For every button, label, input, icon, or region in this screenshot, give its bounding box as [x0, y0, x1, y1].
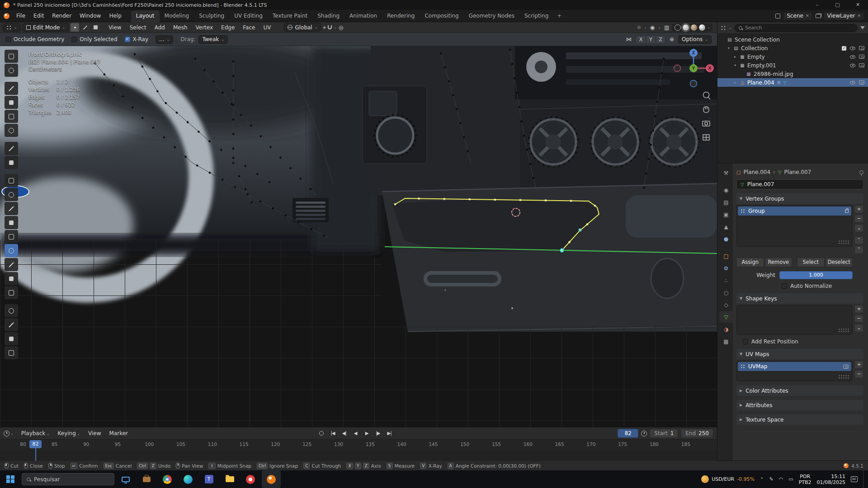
- tool-extrude-region[interactable]: [5, 188, 18, 201]
- viewport-3d[interactable]: Z X Y Front Orthographic (82) Plane.004 …: [0, 46, 717, 427]
- tool-knife[interactable]: [5, 244, 18, 257]
- resize-grip[interactable]: [838, 328, 849, 332]
- eye-icon[interactable]: [850, 81, 855, 84]
- assign-button[interactable]: Assign: [736, 258, 764, 267]
- show-overlays-icon[interactable]: ◉: [650, 24, 655, 31]
- camera-icon[interactable]: [859, 46, 864, 50]
- show-hidden-icons-button[interactable]: ⌃: [760, 477, 764, 482]
- timeline-menu-view[interactable]: View: [84, 429, 105, 438]
- drag-mode-selector[interactable]: Tweak⌄: [198, 35, 228, 44]
- breadcrumb-data[interactable]: Plane.007: [784, 169, 811, 175]
- properties-tab-physics[interactable]: ○: [719, 287, 733, 298]
- face-select-mode-button[interactable]: [91, 23, 100, 32]
- start-button[interactable]: [1, 470, 20, 488]
- vertex-groups-list[interactable]: Group: [736, 205, 853, 247]
- uv-maps-list[interactable]: UVMap: [736, 361, 853, 381]
- viewport-menu-uv[interactable]: UV: [259, 23, 275, 32]
- properties-tab-output[interactable]: ▤: [719, 197, 733, 208]
- shape-keys-panel-header[interactable]: ▼ Shape Keys: [736, 293, 863, 304]
- lock-icon[interactable]: [845, 210, 849, 213]
- tool-move[interactable]: [5, 82, 18, 95]
- show-desktop-button[interactable]: [863, 470, 865, 488]
- frame-ruler[interactable]: 8085909510010511011512012513013514014515…: [0, 439, 717, 450]
- properties-tab-constraints[interactable]: ◇: [719, 299, 733, 310]
- attributes-panel-header[interactable]: ▶ Attributes: [736, 400, 863, 410]
- color-attributes-panel-header[interactable]: ▶ Color Attributes: [736, 385, 863, 396]
- remove-viewlayer-icon[interactable]: ✕: [857, 14, 861, 18]
- display-tray-icon[interactable]: ▭: [788, 476, 793, 482]
- viewport-menu-vertex[interactable]: Vertex: [192, 23, 217, 32]
- properties-tab-tool[interactable]: ⚒: [719, 167, 733, 178]
- shading-wireframe-icon[interactable]: [675, 24, 681, 31]
- occlude-geometry-checkbox[interactable]: Occlude Geometry: [5, 36, 64, 42]
- taskbar-app-blender[interactable]: [262, 470, 281, 488]
- properties-tab-texture[interactable]: ▩: [719, 336, 733, 347]
- tool-annotate[interactable]: [5, 142, 18, 155]
- vertex-group-item[interactable]: Group: [738, 206, 851, 216]
- more-options-dropdown[interactable]: ...⌄: [156, 35, 173, 44]
- remove-shape-key-button[interactable]: −: [854, 314, 863, 323]
- remove-vertex-group-button[interactable]: −: [854, 215, 863, 223]
- uv-map-item[interactable]: UVMap: [738, 362, 851, 371]
- camera-icon[interactable]: [859, 80, 864, 84]
- jump-to-start-button[interactable]: |◀: [328, 429, 338, 438]
- shape-key-specials-button[interactable]: ⌄: [854, 324, 863, 332]
- shading-material-icon[interactable]: [691, 24, 697, 31]
- workspace-tab-animation[interactable]: Animation: [344, 10, 382, 22]
- add-rest-position-checkbox[interactable]: [743, 339, 748, 344]
- outliner-item-empty-001[interactable]: ▾▦Empty.001: [717, 61, 868, 70]
- camera-icon[interactable]: [859, 55, 864, 59]
- tool-edge-slide[interactable]: [5, 304, 18, 317]
- action-center-icon[interactable]: [851, 476, 858, 482]
- market-ticker[interactable]: USD/EUR -0.95%: [701, 475, 755, 483]
- outliner-item-26986-mid-jpg[interactable]: ▦26986-mid.jpg: [717, 70, 868, 78]
- properties-tab-render[interactable]: ◉: [719, 184, 733, 196]
- editor-type-button[interactable]: ⌄: [3, 23, 21, 32]
- viewport-menu-add[interactable]: Add: [151, 23, 169, 32]
- workspace-tab-sculpting[interactable]: Sculpting: [194, 10, 229, 22]
- workspace-tab-shading[interactable]: Shading: [312, 10, 344, 22]
- outliner-search-input[interactable]: Search: [735, 24, 858, 32]
- axis-negative-z-ball[interactable]: [690, 80, 697, 87]
- snap-magnet-icon[interactable]: [328, 25, 332, 29]
- move-group-up-button[interactable]: ˄: [854, 236, 863, 244]
- render-camera-icon[interactable]: [843, 365, 849, 369]
- camera-icon[interactable]: [859, 63, 864, 67]
- end-frame-field[interactable]: End250: [681, 429, 713, 438]
- axis-x-button[interactable]: X: [636, 35, 646, 44]
- tool-transform[interactable]: [5, 124, 18, 137]
- viewport-menu-view[interactable]: View: [104, 23, 125, 32]
- eye-icon[interactable]: [850, 64, 855, 67]
- resize-grip[interactable]: [838, 375, 849, 379]
- resize-grip[interactable]: [838, 240, 849, 244]
- eye-icon[interactable]: [850, 47, 855, 50]
- add-shape-key-button[interactable]: +: [854, 305, 863, 313]
- timeline-track-area[interactable]: [0, 450, 717, 461]
- properties-tab-modifiers[interactable]: ⚙: [719, 263, 733, 274]
- edge-select-mode-button[interactable]: [81, 23, 90, 32]
- taskbar-app-briefcase[interactable]: [137, 470, 156, 488]
- menu-file[interactable]: File: [12, 11, 29, 20]
- workspace-tab-scripting[interactable]: Scripting: [519, 10, 553, 22]
- tool-measure[interactable]: [5, 156, 18, 169]
- shading-solid-icon[interactable]: [683, 24, 689, 31]
- taskbar-app-explorer[interactable]: [220, 470, 239, 488]
- uv-maps-panel-header[interactable]: ▼ UV Maps: [736, 349, 863, 359]
- tool-rotate[interactable]: [5, 96, 18, 109]
- tool-loop-cut[interactable]: [5, 230, 18, 243]
- properties-tab-object-data[interactable]: ▽: [719, 311, 733, 323]
- vertex-select-mode-button[interactable]: [71, 23, 79, 32]
- start-frame-field[interactable]: Start1: [650, 429, 678, 438]
- tool-select-box[interactable]: [5, 50, 18, 63]
- minimize-button[interactable]: –: [807, 0, 827, 10]
- axis-z-button[interactable]: Z: [656, 35, 665, 44]
- axis-negative-x-ball[interactable]: [674, 65, 681, 72]
- shape-keys-list[interactable]: [736, 305, 853, 335]
- viewport-menu-mesh[interactable]: Mesh: [169, 23, 192, 32]
- pivot-point-selector[interactable]: ⌖: [323, 24, 326, 31]
- play-reverse-button[interactable]: ◀: [350, 429, 360, 438]
- workspace-tab-compositing[interactable]: Compositing: [420, 10, 463, 22]
- pin-icon[interactable]: [859, 170, 863, 174]
- viewport-menu-select[interactable]: Select: [126, 23, 151, 32]
- current-frame-field[interactable]: 82: [618, 429, 638, 438]
